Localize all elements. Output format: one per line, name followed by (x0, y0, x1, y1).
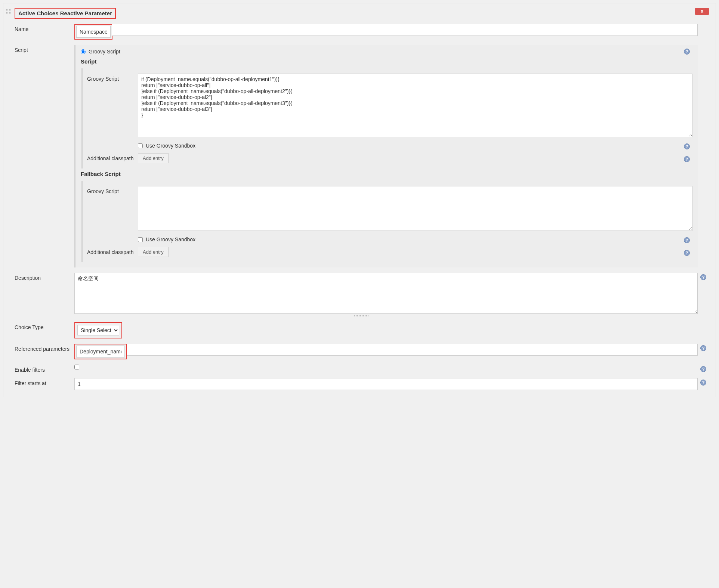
help-icon[interactable]: ? (700, 380, 706, 386)
description-label: Description (15, 273, 74, 281)
groovy-script-textarea[interactable]: if (Deployment_name.equals("dubbo-op-all… (138, 74, 692, 137)
add-entry-button[interactable]: Add entry (138, 153, 169, 163)
parameter-config-panel: Active Choices Reactive Parameter X Name… (3, 3, 716, 397)
help-icon[interactable]: ? (684, 156, 690, 162)
name-input-ext[interactable] (112, 24, 698, 36)
choice-type-select[interactable]: Single Select (77, 325, 119, 335)
use-sandbox-checkbox[interactable] (138, 143, 143, 148)
choice-type-label: Choice Type (15, 322, 74, 330)
filter-starts-input[interactable] (74, 378, 698, 390)
help-icon[interactable]: ? (684, 49, 690, 55)
name-input[interactable] (76, 26, 111, 38)
help-icon[interactable]: ? (684, 250, 690, 256)
resize-grip-icon[interactable] (15, 315, 709, 317)
help-icon[interactable]: ? (684, 237, 690, 243)
enable-filters-label: Enable filters (15, 365, 74, 373)
name-label: Name (15, 24, 74, 32)
enable-filters-checkbox[interactable] (74, 365, 79, 369)
ref-params-input-ext[interactable] (126, 344, 698, 356)
description-textarea[interactable]: 命名空间 (74, 273, 698, 314)
section-title: Active Choices Reactive Parameter (15, 8, 116, 19)
fallback-add-entry-button[interactable]: Add entry (138, 247, 169, 257)
groovy-script-radio[interactable] (81, 49, 86, 54)
drag-handle-icon[interactable] (6, 9, 11, 14)
fallback-sandbox-label: Use Groovy Sandbox (146, 236, 195, 242)
help-icon[interactable]: ? (700, 274, 706, 280)
fallback-script-textarea[interactable] (138, 186, 692, 231)
script-label: Script (15, 45, 74, 53)
groovy-script-radio-label: Groovy Script (89, 49, 120, 55)
classpath-label: Additional classpath (87, 153, 138, 161)
fallback-script-heading: Fallback Script (81, 171, 692, 177)
groovy-script-sublabel: Groovy Script (87, 74, 138, 82)
ref-params-label: Referenced parameters (15, 344, 74, 352)
filter-starts-label: Filter starts at (15, 378, 74, 386)
script-heading: Script (81, 58, 692, 65)
help-icon[interactable]: ? (700, 345, 706, 351)
fallback-classpath-label: Additional classpath (87, 247, 138, 255)
help-icon[interactable]: ? (684, 143, 690, 149)
help-icon[interactable]: ? (700, 366, 706, 372)
fallback-sandbox-checkbox[interactable] (138, 237, 143, 242)
close-button[interactable]: X (695, 8, 709, 15)
use-sandbox-label: Use Groovy Sandbox (146, 143, 195, 149)
ref-params-input[interactable] (76, 346, 125, 358)
fallback-groovy-label: Groovy Script (87, 186, 138, 194)
